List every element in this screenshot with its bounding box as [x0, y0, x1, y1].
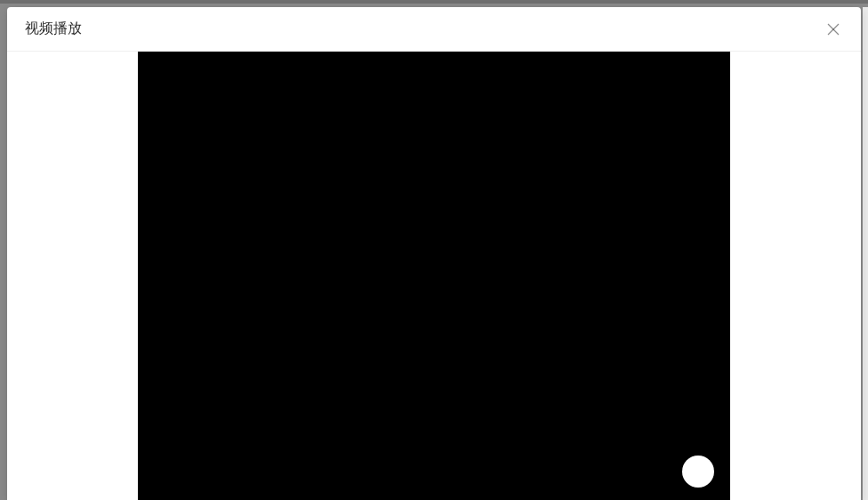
background-side-panel	[863, 7, 868, 500]
video-player[interactable]	[138, 52, 730, 500]
modal-body	[7, 52, 861, 500]
video-floating-button[interactable]	[682, 456, 714, 488]
modal-title: 视频播放	[25, 20, 82, 38]
video-playback-modal: 视频播放	[7, 7, 861, 500]
backdrop-top-bar	[0, 0, 868, 4]
close-icon	[827, 23, 840, 36]
modal-header: 视频播放	[7, 7, 861, 52]
close-button[interactable]	[824, 20, 843, 39]
